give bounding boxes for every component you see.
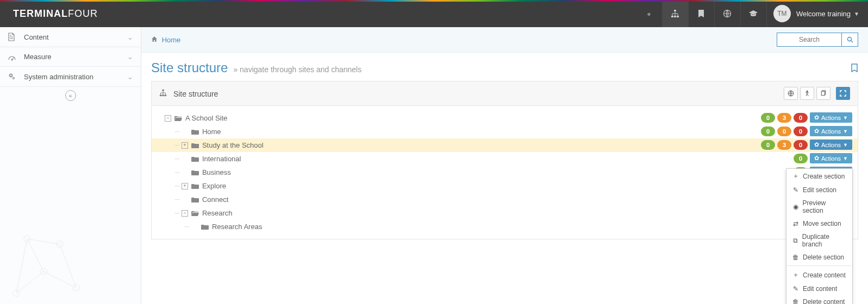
notification-dot-icon: ● <box>636 10 662 18</box>
page-subtitle: » navigate through sites and channels <box>233 65 361 74</box>
copy-tool-button[interactable] <box>816 87 830 100</box>
tree-label[interactable]: Home <box>202 128 221 136</box>
svg-rect-1 <box>671 16 673 17</box>
svg-point-6 <box>10 74 12 77</box>
tree-label[interactable]: Connect <box>202 195 228 204</box>
tree-row[interactable]: ·····Home000✿Actions▼ <box>152 125 858 138</box>
gear-icon: ✿ <box>814 114 819 121</box>
tree-row-actions: 030✿Actions▼ <box>761 140 852 150</box>
graduation-cap-icon[interactable] <box>740 0 766 27</box>
actions-button[interactable]: ✿Actions▼ <box>810 140 852 150</box>
chevron-down-icon: ⌄ <box>127 53 133 61</box>
sitemap-icon[interactable] <box>662 0 688 27</box>
globe-tool-button[interactable] <box>784 87 798 100</box>
svg-rect-14 <box>162 89 164 91</box>
status-badge: 3 <box>777 113 791 123</box>
sidebar-item-measure[interactable]: Measure ⌄ <box>0 47 141 67</box>
svg-rect-3 <box>677 16 679 17</box>
tree-row[interactable]: −A School Site030✿Actions▼ <box>152 111 858 125</box>
dropdown-item[interactable]: ✎Edit content <box>786 282 852 295</box>
tree-label[interactable]: Study at the School <box>202 141 264 149</box>
sidebar-item-system-administration[interactable]: System administration ⌄ <box>0 67 141 87</box>
breadcrumb-home[interactable]: Home <box>162 36 181 44</box>
main-content: Home Site structure » navigate through s… <box>141 27 868 304</box>
dropdown-item[interactable]: 🗑Delete content <box>786 295 852 304</box>
plus-icon: ＋ <box>792 270 800 280</box>
dropdown-item[interactable]: ＋Create content <box>786 268 852 282</box>
dropdown-item[interactable]: ＋Create section <box>786 169 852 183</box>
tree-row-actions: 0✿Actions▼ <box>794 153 852 163</box>
tree-toggle[interactable]: − <box>182 210 188 217</box>
collapse-sidebar-button[interactable]: « <box>65 90 76 101</box>
tree-row[interactable]: ·····−Research0✿Actions▼ <box>152 206 858 220</box>
tree-label[interactable]: Research Areas <box>212 223 263 231</box>
dashboard-icon <box>8 53 18 61</box>
tree-label[interactable]: Explore <box>202 182 226 190</box>
dropdown-item[interactable]: ✎Edit section <box>786 183 852 197</box>
folder-icon <box>191 169 199 176</box>
tree-row[interactable]: ·····Research Areas0✿Actions▼ <box>152 220 858 233</box>
status-badge: 0 <box>761 126 775 136</box>
edit-icon: ✎ <box>792 285 800 293</box>
gear-icon: ✿ <box>814 155 819 162</box>
dropdown-item-label: Edit content <box>803 285 837 293</box>
tree-label[interactable]: A School Site <box>185 114 227 122</box>
sitemap-icon <box>159 90 169 98</box>
chevron-down-icon: ▼ <box>843 142 848 148</box>
tree-toggle[interactable]: + <box>182 183 188 189</box>
dropdown-item-label: Edit section <box>803 186 836 194</box>
chevron-down-icon: ▼ <box>843 115 848 121</box>
chevron-down-icon: ▼ <box>854 11 859 17</box>
status-badge: 3 <box>777 140 791 150</box>
folder-icon <box>191 197 199 203</box>
sidebar-item-content[interactable]: Content ⌄ <box>0 27 141 47</box>
tree-label[interactable]: Research <box>202 209 233 217</box>
tree-row[interactable]: ·····+Explore0✿Actions▼ <box>152 179 858 193</box>
bookmark-page-icon[interactable] <box>851 64 858 72</box>
topbar: TERMINALFOUR ● TM Welcome training ▼ <box>0 0 868 27</box>
dropdown-item[interactable]: ⧉Duplicate branch <box>786 230 852 251</box>
status-badge: 0 <box>761 113 775 123</box>
dropdown-item[interactable]: 🗑Delete section <box>786 251 852 264</box>
fullscreen-button[interactable] <box>836 87 850 100</box>
dropdown-item-label: Preview section <box>803 199 847 214</box>
actions-button[interactable]: ✿Actions▼ <box>810 126 852 136</box>
status-badge: 0 <box>794 140 808 150</box>
tree-connector: ····· <box>174 142 179 148</box>
dropdown-item[interactable]: ◉Preview section <box>786 197 852 217</box>
bookmark-icon[interactable] <box>688 0 714 27</box>
tree-label[interactable]: International <box>202 155 241 163</box>
tree-row[interactable]: ·····Connect0✿Actions▼ <box>152 193 858 206</box>
tree-connector: ····· <box>174 183 179 189</box>
dropdown-item[interactable]: ⇄Move section <box>786 217 852 230</box>
trash-icon: 🗑 <box>792 254 800 261</box>
tree-row[interactable]: ·····Business0✿Actions▼ <box>152 166 858 179</box>
tree-toggle[interactable]: − <box>165 115 171 122</box>
edit-icon: ✎ <box>792 186 800 194</box>
search-button[interactable] <box>842 33 858 47</box>
globe-icon[interactable] <box>714 0 740 27</box>
dropdown-item-label: Delete content <box>803 298 845 304</box>
accessibility-tool-button[interactable] <box>800 87 814 100</box>
chevron-down-icon: ▼ <box>843 129 848 134</box>
actions-button[interactable]: ✿Actions▼ <box>810 153 852 163</box>
sidebar: Content ⌄ Measure ⌄ System administratio… <box>0 27 141 304</box>
move-icon: ⇄ <box>792 220 800 227</box>
user-menu[interactable]: TM Welcome training ▼ <box>766 0 868 27</box>
tree-row[interactable]: ·····+Study at the School030✿Actions▼ <box>152 138 858 152</box>
svg-point-10 <box>73 284 79 291</box>
app-logo: TERMINALFOUR <box>0 8 111 20</box>
search-input[interactable] <box>777 33 842 47</box>
breadcrumb[interactable]: Home <box>151 36 180 44</box>
tree-row[interactable]: ·····International0✿Actions▼ <box>152 152 858 166</box>
home-icon <box>151 36 160 44</box>
plus-icon: ＋ <box>792 172 800 181</box>
gears-icon <box>8 72 18 81</box>
svg-rect-17 <box>165 94 167 96</box>
folder-icon <box>191 183 199 189</box>
tree-toggle[interactable]: + <box>182 142 188 149</box>
tree-label[interactable]: Business <box>202 168 231 176</box>
actions-button[interactable]: ✿Actions▼ <box>810 112 852 123</box>
dropdown-item-label: Create content <box>803 271 846 279</box>
decorative-graphic <box>0 206 141 304</box>
